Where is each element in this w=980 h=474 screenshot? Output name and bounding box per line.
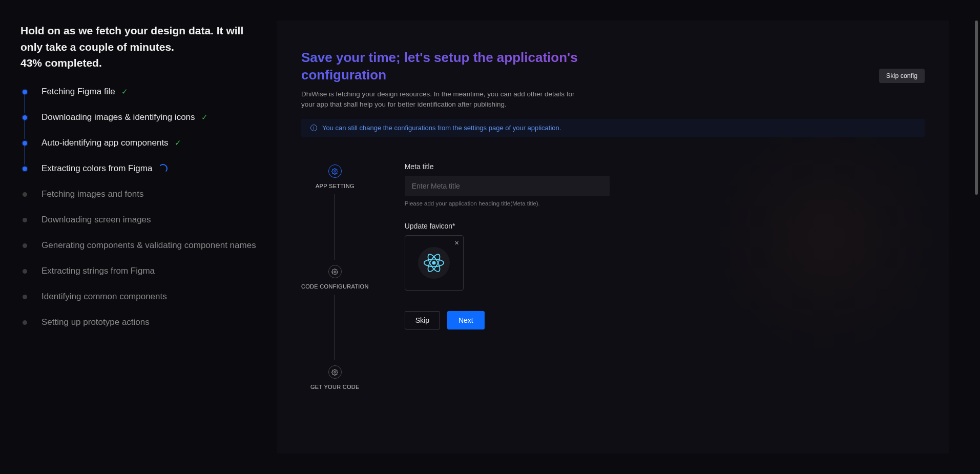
config-form: Meta title Please add your application h…: [405, 162, 610, 390]
skip-config-button[interactable]: Skip config: [879, 69, 925, 83]
progress-step: Downloading screen images: [23, 215, 256, 225]
step-label: Fetching Figma file✓: [41, 87, 128, 97]
config-step-label: CODE CONFIGURATION: [301, 283, 369, 290]
step-label: Extracting strings from Figma: [41, 266, 155, 276]
svg-point-2: [334, 371, 336, 373]
config-title: Save your time; let's setup the applicat…: [301, 49, 588, 84]
progress-step: Fetching images and fonts: [23, 189, 256, 199]
meta-title-input[interactable]: [405, 176, 610, 196]
progress-step: Fetching Figma file✓: [23, 87, 256, 97]
progress-step: Setting up prototype actions: [23, 317, 256, 327]
step-label: Identifying common components: [41, 292, 167, 302]
step-dot: [23, 320, 27, 325]
progress-step: Auto-identifying app components✓: [23, 138, 256, 148]
step-dot: [23, 90, 27, 94]
check-icon: ✓: [201, 113, 208, 122]
step-dot: [23, 243, 27, 248]
config-subtitle: DhiWise is fetching your design resource…: [301, 89, 588, 110]
progress-panel: Hold on as we fetch your design data. It…: [0, 0, 277, 474]
step-dot: [23, 269, 27, 274]
progress-percentage: 43% completed.: [20, 57, 256, 69]
meta-title-label: Meta title: [405, 162, 610, 171]
config-step-label: GET YOUR CODE: [310, 384, 360, 390]
config-step-label: APP SETTING: [316, 183, 355, 189]
react-icon: [418, 247, 450, 279]
info-icon: i: [310, 125, 317, 131]
step-label: Setting up prototype actions: [41, 317, 150, 327]
close-icon[interactable]: ✕: [453, 239, 460, 248]
progress-step: Generating components & validating compo…: [23, 240, 256, 251]
svg-point-1: [334, 271, 336, 272]
check-icon: ✓: [175, 138, 181, 148]
config-step: CODE CONFIGURATION: [301, 265, 369, 290]
progress-step: Extracting strings from Figma: [23, 266, 256, 276]
meta-title-helper: Please add your application heading titl…: [405, 200, 610, 207]
step-label: Fetching images and fonts: [41, 189, 143, 199]
gear-icon: [328, 365, 342, 379]
check-icon: ✓: [121, 87, 128, 96]
config-step: GET YOUR CODE: [310, 365, 360, 390]
step-dot: [23, 218, 27, 222]
progress-step: Extracting colors from Figma: [23, 163, 256, 174]
svg-point-0: [334, 170, 336, 172]
step-dot: [23, 141, 27, 146]
step-dot: [23, 167, 27, 171]
config-step: APP SETTING: [316, 164, 355, 189]
info-banner-text: You can still change the configurations …: [322, 124, 561, 132]
next-button[interactable]: Next: [447, 311, 485, 329]
step-label: Downloading screen images: [41, 215, 151, 225]
svg-point-3: [432, 261, 436, 265]
spinner-icon: [158, 164, 168, 173]
headline-text: Hold on as we fetch your design data. It…: [20, 23, 256, 55]
step-label: Auto-identifying app components✓: [41, 138, 181, 148]
progress-step: Downloading images & identifying icons✓: [23, 112, 256, 122]
step-label: Extracting colors from Figma: [41, 163, 168, 174]
progress-step: Identifying common components: [23, 292, 256, 302]
favicon-preview[interactable]: ✕: [405, 235, 464, 291]
skip-button[interactable]: Skip: [405, 311, 440, 329]
step-label: Generating components & validating compo…: [41, 240, 256, 251]
info-banner: i You can still change the configuration…: [301, 119, 925, 137]
step-dot: [23, 295, 27, 299]
favicon-label: Update favicon*: [405, 222, 610, 230]
step-dot: [23, 115, 27, 120]
gear-icon: [328, 164, 342, 178]
gear-icon: [328, 265, 342, 278]
step-label: Downloading images & identifying icons✓: [41, 112, 208, 122]
progress-steps-list: Fetching Figma file✓Downloading images &…: [20, 87, 256, 327]
config-panel: Save your time; let's setup the applicat…: [277, 20, 949, 454]
step-dot: [23, 192, 27, 197]
config-stepper: APP SETTINGCODE CONFIGURATIONGET YOUR CO…: [301, 162, 369, 390]
